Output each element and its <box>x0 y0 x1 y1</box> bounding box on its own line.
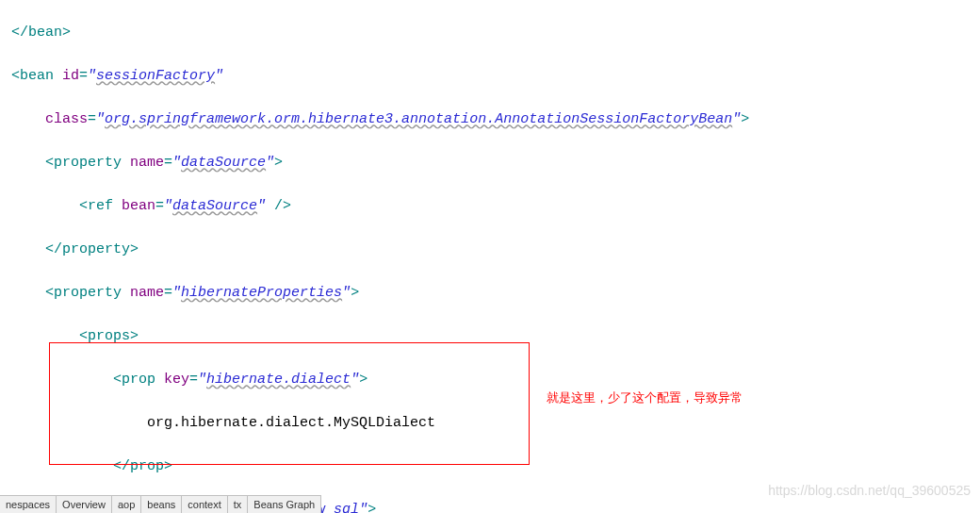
code-line: org.hibernate.dialect.MySQLDialect <box>0 412 980 434</box>
equals: = <box>79 68 88 84</box>
code-line: <bean id="sessionFactory" <box>0 65 980 87</box>
code-line: </bean> <box>0 22 980 43</box>
watermark-text: https://blog.csdn.net/qq_39600525 <box>768 483 971 498</box>
editor-tabs: nespaces Overview aop beans context tx B… <box>0 495 321 513</box>
code-line: <prop key="hibernate.dialect"> <box>0 369 980 390</box>
tab-overview[interactable]: Overview <box>57 496 112 513</box>
code-line: <ref bean="dataSource" /> <box>0 195 980 217</box>
xml-attr: id <box>62 68 79 84</box>
annotation-text: 就是这里，少了这个配置，导致异常 <box>547 389 743 406</box>
code-line: </prop> <box>0 455 980 477</box>
code-editor[interactable]: </bean> <bean id="sessionFactory" class=… <box>0 0 980 513</box>
tab-namespaces[interactable]: nespaces <box>0 496 57 513</box>
tab-beans[interactable]: beans <box>141 496 182 513</box>
tab-aop[interactable]: aop <box>112 496 141 513</box>
code-line: class="org.springframework.orm.hibernate… <box>0 108 980 130</box>
tab-beans-graph[interactable]: Beans Graph <box>248 496 321 513</box>
xml-value: "sessionFactory" <box>88 68 223 84</box>
code-line: </property> <box>0 239 980 260</box>
tab-context[interactable]: context <box>182 496 227 513</box>
code-line: <property name="hibernateProperties"> <box>0 282 980 304</box>
xml-value: "org.springframework.orm.hibernate3.anno… <box>96 111 741 127</box>
tab-tx[interactable]: tx <box>228 496 249 513</box>
code-line: <property name="dataSource"> <box>0 152 980 174</box>
xml-attr: class <box>45 111 88 127</box>
xml-tag: <bean <box>11 68 62 84</box>
xml-tag: </bean> <box>11 25 71 41</box>
code-line: <props> <box>0 325 980 347</box>
